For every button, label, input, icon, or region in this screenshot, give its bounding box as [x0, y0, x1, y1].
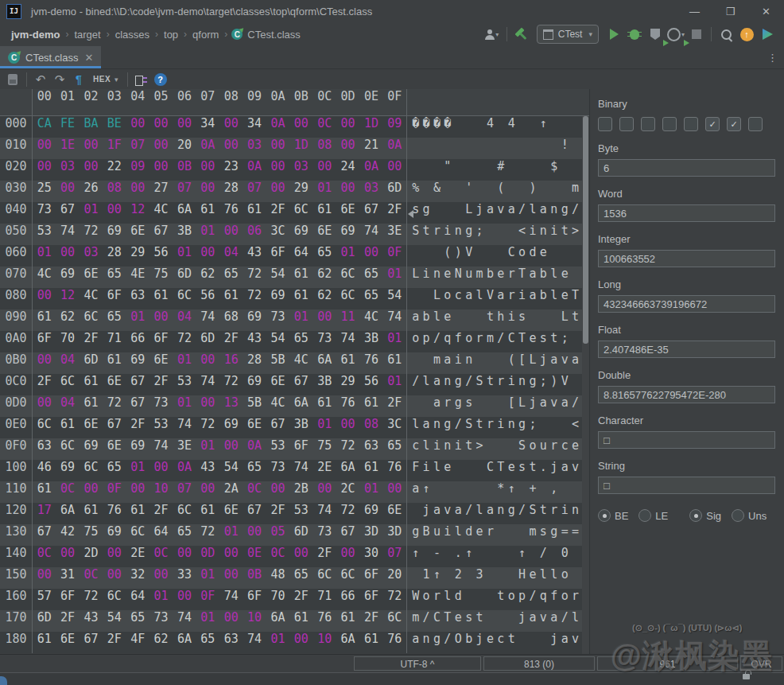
preview-char[interactable]: > — [570, 224, 580, 245]
hex-byte[interactable]: 65 — [173, 524, 196, 546]
preview-char[interactable]: t — [485, 309, 495, 331]
hex-byte[interactable]: 67 — [359, 202, 382, 224]
preview-char[interactable]: ( — [506, 352, 517, 374]
hex-byte[interactable]: 56 — [359, 374, 382, 395]
preview-char[interactable]: = — [570, 524, 580, 546]
preview-char[interactable]: l — [421, 374, 431, 395]
preview-char[interactable]: B — [421, 524, 431, 546]
hex-byte[interactable]: 00 — [149, 138, 173, 159]
hex-byte[interactable]: 61 — [359, 632, 382, 653]
hex-byte[interactable]: BA — [80, 116, 103, 138]
hex-byte[interactable]: 69 — [56, 460, 79, 481]
preview-char[interactable]: j — [549, 460, 559, 481]
hex-byte[interactable]: 61 — [80, 395, 103, 417]
preview-char[interactable]: g — [517, 417, 527, 438]
undo-icon[interactable]: ↶ — [31, 71, 50, 88]
hex-byte[interactable]: 72 — [383, 589, 406, 610]
hex-byte[interactable]: 74 — [243, 632, 266, 653]
hex-byte[interactable]: 2F — [383, 395, 406, 417]
hex-byte[interactable]: 10 — [149, 481, 173, 503]
preview-char[interactable] — [570, 374, 580, 395]
preview-char[interactable]: r — [442, 395, 452, 417]
preview-char[interactable] — [538, 632, 549, 653]
preview-char[interactable]: a — [549, 352, 559, 374]
hex-byte[interactable]: 00 — [219, 138, 243, 159]
hex-byte[interactable]: 73 — [313, 331, 336, 352]
preview-char[interactable]: r — [549, 503, 559, 524]
hex-byte[interactable]: 09 — [383, 116, 406, 138]
hex-byte[interactable]: 01 — [359, 481, 382, 503]
hex-byte[interactable]: 0B — [243, 567, 266, 589]
preview-char[interactable]: f — [549, 589, 559, 610]
hex-byte[interactable]: 69 — [243, 309, 266, 331]
hex-byte[interactable]: 29 — [336, 374, 359, 395]
breadcrumb-item-top[interactable]: top — [162, 29, 180, 41]
preview-char[interactable] — [410, 567, 421, 589]
preview-char[interactable]: t — [506, 632, 517, 653]
hex-byte[interactable]: 6A — [336, 460, 359, 481]
hex-byte[interactable]: 00 — [266, 481, 289, 503]
hex-byte[interactable]: 74 — [383, 309, 406, 331]
preview-char[interactable]: [ — [506, 395, 517, 417]
preview-char[interactable]: a — [485, 503, 495, 524]
hex-byte[interactable]: 00 — [196, 245, 219, 267]
hex-byte[interactable]: 01 — [219, 524, 243, 546]
preview-char[interactable] — [453, 460, 464, 481]
hex-byte[interactable]: 6C — [126, 524, 149, 546]
preview-char[interactable] — [474, 116, 484, 138]
preview-char[interactable]: i — [421, 460, 431, 481]
preview-char[interactable]: d — [527, 245, 538, 267]
preview-char[interactable] — [570, 159, 580, 181]
hex-byte[interactable]: 00 — [219, 546, 243, 567]
hex-byte[interactable]: 6E — [103, 438, 126, 460]
preview-char[interactable] — [464, 567, 474, 589]
hex-byte[interactable]: 3B — [289, 417, 312, 438]
hex-byte[interactable]: 70 — [56, 331, 79, 352]
hex-byte[interactable]: 43 — [243, 331, 266, 352]
hex-byte[interactable]: 69 — [126, 352, 149, 374]
preview-char[interactable]: o — [506, 589, 517, 610]
preview-char[interactable]: l — [421, 438, 431, 460]
hex-byte[interactable]: 72 — [336, 503, 359, 524]
preview-char[interactable]: q — [442, 331, 452, 352]
hex-byte[interactable]: 54 — [103, 610, 126, 632]
preview-char[interactable]: � — [442, 116, 452, 138]
preview-char[interactable] — [421, 352, 431, 374]
hex-byte[interactable]: 12 — [126, 202, 149, 224]
hex-byte[interactable]: 4C — [80, 288, 103, 309]
hex-byte[interactable]: 6A — [173, 202, 196, 224]
preview-char[interactable]: / — [495, 331, 506, 352]
hex-byte[interactable]: 76 — [103, 503, 126, 524]
hex-byte[interactable]: 6A — [313, 352, 336, 374]
field-input-integer[interactable] — [598, 250, 775, 267]
hex-byte[interactable]: 72 — [219, 374, 243, 395]
preview-char[interactable]: m — [527, 524, 538, 546]
hex-byte[interactable]: 33 — [173, 567, 196, 589]
hex-byte[interactable]: 0D — [196, 546, 219, 567]
hex-byte[interactable]: 6F — [289, 438, 312, 460]
preview-char[interactable]: l — [453, 524, 464, 546]
hex-byte[interactable]: 20 — [383, 567, 406, 589]
preview-char[interactable]: ↑ — [410, 546, 421, 567]
binary-bit-checkbox-7[interactable] — [748, 117, 763, 131]
preview-char[interactable] — [485, 181, 495, 202]
hex-byte[interactable]: 3D — [359, 524, 382, 546]
hex-byte[interactable]: 68 — [219, 309, 243, 331]
preview-char[interactable] — [549, 181, 559, 202]
hex-byte[interactable]: 2F — [56, 610, 79, 632]
hex-byte[interactable]: 6A — [56, 503, 79, 524]
hex-byte[interactable]: 72 — [243, 288, 266, 309]
hex-byte[interactable]: 0F — [196, 589, 219, 610]
run-configuration-select[interactable]: CTest ▾ — [537, 25, 599, 44]
preview-char[interactable]: S — [527, 503, 538, 524]
preview-char[interactable]: e — [442, 460, 452, 481]
hex-byte[interactable]: 00 — [126, 481, 149, 503]
preview-char[interactable] — [506, 138, 517, 159]
preview-char[interactable] — [517, 524, 527, 546]
preview-char[interactable]: p — [421, 331, 431, 352]
hex-byte[interactable]: 01 — [266, 632, 289, 653]
preview-char[interactable]: t — [538, 503, 549, 524]
hex-byte[interactable]: 74 — [289, 460, 312, 481]
preview-char[interactable] — [485, 224, 495, 245]
profiler-button[interactable]: ▾ — [666, 24, 686, 45]
